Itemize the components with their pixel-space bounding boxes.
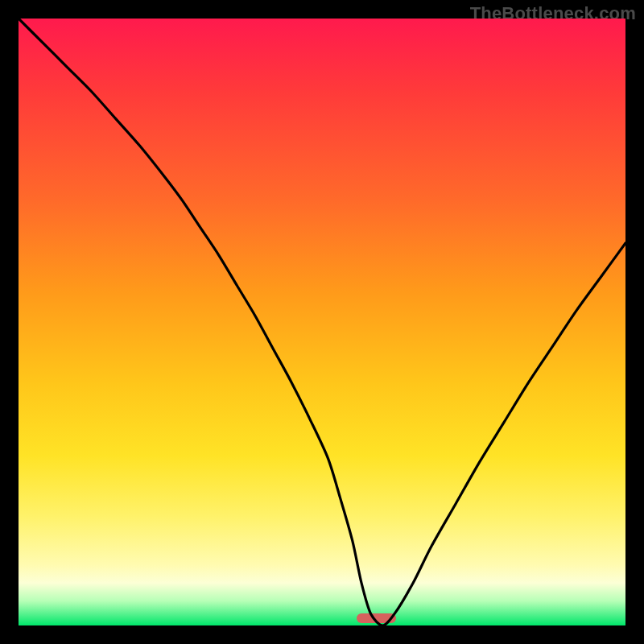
bottleneck-curve [19,19,625,625]
plot-area [19,19,625,625]
chart-frame: TheBottleneck.com [0,0,644,644]
